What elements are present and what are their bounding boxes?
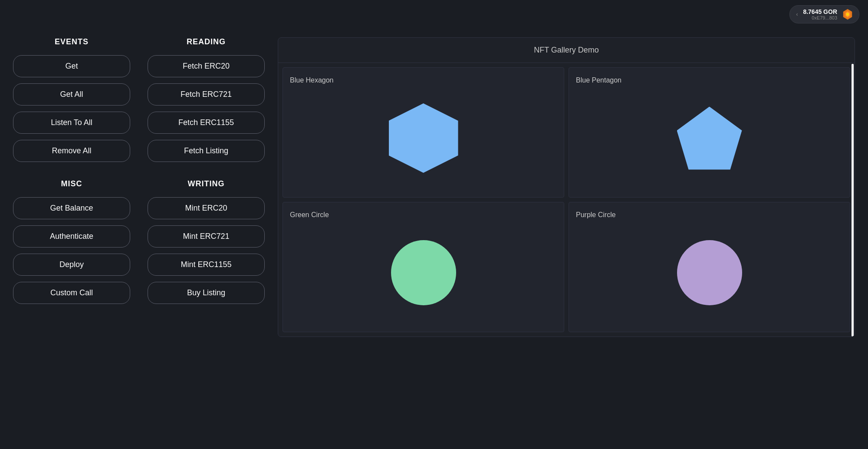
reading-title: READING xyxy=(187,37,226,46)
mint-erc721-button[interactable]: Mint ERC721 xyxy=(148,225,265,248)
wallet-address: 0xE79...803 xyxy=(812,15,837,20)
custom-call-button[interactable]: Custom Call xyxy=(13,282,130,304)
nft-green-circle-title: Green Circle xyxy=(290,209,329,221)
fetch-erc1155-button[interactable]: Fetch ERC1155 xyxy=(148,112,265,134)
top-bar: ‹ 8.7645 GOR 0xE79...803 xyxy=(0,0,868,29)
nft-blue-hexagon-title: Blue Hexagon xyxy=(290,75,334,86)
wallet-balance: 8.7645 GOR xyxy=(803,8,837,15)
get-all-button[interactable]: Get All xyxy=(13,83,130,106)
misc-buttons: Get Balance Authenticate Deploy Custom C… xyxy=(13,197,130,304)
nft-blue-hexagon-shape-container xyxy=(290,86,557,190)
fetch-erc721-button[interactable]: Fetch ERC721 xyxy=(148,83,265,106)
writing-buttons: Mint ERC20 Mint ERC721 Mint ERC1155 Buy … xyxy=(148,197,265,304)
mint-erc1155-button[interactable]: Mint ERC1155 xyxy=(148,254,265,276)
gallery-row-2: Green Circle Purple Circle xyxy=(283,202,850,332)
listen-to-all-button[interactable]: Listen To All xyxy=(13,112,130,134)
nft-purple-circle-shape-container xyxy=(576,221,843,325)
deploy-button[interactable]: Deploy xyxy=(13,254,130,276)
buy-listing-button[interactable]: Buy Listing xyxy=(148,282,265,304)
main-layout: EVENTS Get Get All Listen To All Remove … xyxy=(0,29,868,346)
purple-circle-shape xyxy=(677,240,742,305)
left-panel: EVENTS Get Get All Listen To All Remove … xyxy=(13,37,265,337)
gallery-title: NFT Gallery Demo xyxy=(278,38,855,63)
authenticate-button[interactable]: Authenticate xyxy=(13,225,130,248)
reading-buttons: Fetch ERC20 Fetch ERC721 Fetch ERC1155 F… xyxy=(148,55,265,162)
wallet-widget[interactable]: ‹ 8.7645 GOR 0xE79...803 xyxy=(789,5,859,23)
misc-title: MISC xyxy=(61,179,82,188)
nft-card-green-circle: Green Circle xyxy=(283,202,564,332)
nft-green-circle-shape-container xyxy=(290,221,557,325)
events-title: EVENTS xyxy=(55,37,89,46)
nft-card-purple-circle: Purple Circle xyxy=(569,202,850,332)
get-button[interactable]: Get xyxy=(13,55,130,77)
svg-point-4 xyxy=(846,13,849,16)
writing-title: WRITING xyxy=(188,179,225,188)
get-balance-button[interactable]: Get Balance xyxy=(13,197,130,219)
scrollbar-indicator[interactable] xyxy=(852,64,854,337)
hexagon-shape xyxy=(389,103,458,173)
pentagon-shape xyxy=(677,107,742,170)
fetch-listing-button[interactable]: Fetch Listing xyxy=(148,140,265,162)
mint-erc20-button[interactable]: Mint ERC20 xyxy=(148,197,265,219)
metamask-icon xyxy=(842,8,854,20)
gallery-content[interactable]: Blue Hexagon Blue Pentagon Green Circle xyxy=(278,63,855,336)
writing-col: WRITING Mint ERC20 Mint ERC721 Mint ERC1… xyxy=(148,179,265,304)
nft-card-blue-hexagon: Blue Hexagon xyxy=(283,67,564,198)
nft-blue-pentagon-shape-container xyxy=(576,86,843,190)
nft-purple-circle-title: Purple Circle xyxy=(576,209,616,221)
reading-col: READING Fetch ERC20 Fetch ERC721 Fetch E… xyxy=(148,37,265,162)
wallet-arrow-icon: ‹ xyxy=(796,11,798,17)
nft-card-blue-pentagon: Blue Pentagon xyxy=(569,67,850,198)
nft-blue-pentagon-title: Blue Pentagon xyxy=(576,75,621,86)
remove-all-button[interactable]: Remove All xyxy=(13,140,130,162)
fetch-erc20-button[interactable]: Fetch ERC20 xyxy=(148,55,265,77)
misc-col: MISC Get Balance Authenticate Deploy Cus… xyxy=(13,179,130,304)
wallet-info: 8.7645 GOR 0xE79...803 xyxy=(803,8,837,20)
nft-gallery-panel: NFT Gallery Demo Blue Hexagon Blue Penta… xyxy=(278,37,855,337)
events-col: EVENTS Get Get All Listen To All Remove … xyxy=(13,37,130,162)
events-buttons: Get Get All Listen To All Remove All xyxy=(13,55,130,162)
misc-writing-section: MISC Get Balance Authenticate Deploy Cus… xyxy=(13,179,265,304)
green-circle-shape xyxy=(391,240,456,305)
gallery-row-1: Blue Hexagon Blue Pentagon xyxy=(283,67,850,198)
events-reading-section: EVENTS Get Get All Listen To All Remove … xyxy=(13,37,265,162)
